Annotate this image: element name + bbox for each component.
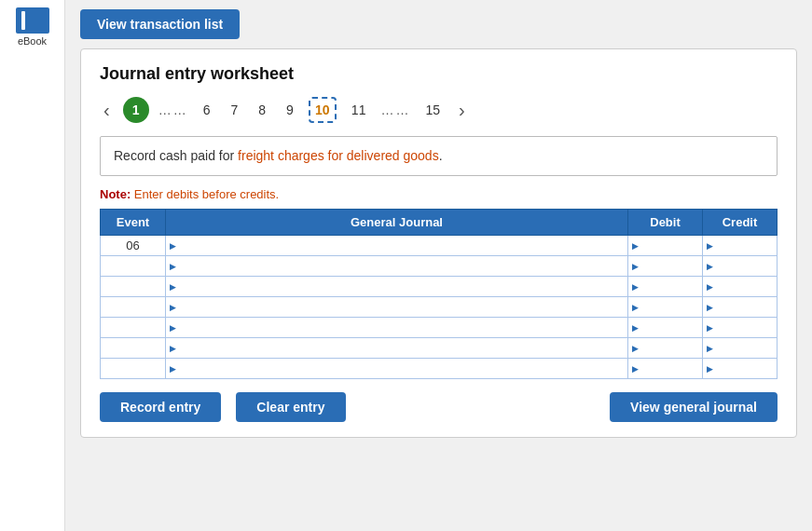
- page-7[interactable]: 7: [225, 101, 243, 119]
- journal-input-indicator-0: ▶: [170, 241, 176, 251]
- record-entry-button[interactable]: Record entry: [100, 392, 221, 422]
- next-arrow[interactable]: ›: [455, 100, 469, 121]
- journal-input-indicator-6: ▶: [170, 364, 176, 374]
- journal-input-indicator-1: ▶: [170, 262, 176, 271]
- debit-input-indicator-5: ▶: [632, 344, 639, 353]
- top-bar: View transaction list: [80, 9, 797, 39]
- view-general-journal-button[interactable]: View general journal: [610, 392, 778, 422]
- credit-input-indicator-5: ▶: [707, 344, 713, 353]
- debit-input-indicator-2: ▶: [632, 282, 639, 292]
- action-buttons: Record entry Clear entry View general jo…: [100, 392, 778, 422]
- debit-input-indicator-0: ▶: [632, 241, 639, 251]
- credit-input-indicator-0: ▶: [707, 241, 713, 251]
- debit-input-indicator-6: ▶: [632, 364, 639, 374]
- credit-input-indicator-3: ▶: [707, 303, 713, 312]
- debit-cell-2[interactable]: ▶: [628, 277, 703, 297]
- description-text-prefix: Record cash paid for: [114, 148, 238, 163]
- journal-table: Event General Journal Debit Credit 06▶▶▶…: [100, 209, 778, 379]
- description-text-suffix: .: [439, 148, 443, 163]
- table-row: ▶▶▶: [101, 359, 778, 379]
- credit-cell-5[interactable]: ▶: [703, 338, 778, 359]
- worksheet-title: Journal entry worksheet: [100, 64, 778, 84]
- note-label: Note:: [100, 187, 131, 201]
- credit-cell-4[interactable]: ▶: [703, 318, 778, 338]
- page-15[interactable]: 15: [420, 101, 446, 119]
- sidebar: eBook: [0, 0, 65, 531]
- page-11[interactable]: 11: [346, 101, 372, 119]
- description-highlight: freight charges for delivered goods: [238, 148, 439, 163]
- journal-input-indicator-3: ▶: [170, 303, 176, 312]
- event-cell-0[interactable]: 06: [101, 236, 166, 256]
- note-text: Enter debits before credits.: [134, 187, 279, 201]
- view-transaction-button[interactable]: View transaction list: [80, 9, 240, 39]
- journal-input-indicator-4: ▶: [170, 323, 176, 333]
- journal-cell-1[interactable]: ▶: [166, 256, 628, 277]
- description-box: Record cash paid for freight charges for…: [100, 136, 778, 176]
- event-cell-3[interactable]: [101, 297, 166, 318]
- ebook-button[interactable]: eBook: [16, 7, 49, 47]
- dots-2: ……: [380, 102, 410, 117]
- credit-cell-2[interactable]: ▶: [703, 277, 778, 297]
- main-content: View transaction list Journal entry work…: [65, 0, 812, 531]
- journal-cell-5[interactable]: ▶: [166, 338, 628, 359]
- credit-input-indicator-2: ▶: [707, 282, 713, 292]
- journal-input-indicator-5: ▶: [170, 344, 176, 353]
- journal-cell-0[interactable]: ▶: [166, 236, 628, 256]
- journal-cell-4[interactable]: ▶: [166, 318, 628, 338]
- page-6[interactable]: 6: [198, 101, 216, 119]
- debit-cell-0[interactable]: ▶: [628, 236, 703, 256]
- prev-arrow[interactable]: ‹: [100, 100, 114, 121]
- credit-input-indicator-1: ▶: [707, 262, 713, 271]
- debit-input-indicator-4: ▶: [632, 323, 639, 333]
- col-header-event: Event: [101, 210, 166, 236]
- journal-cell-6[interactable]: ▶: [166, 359, 628, 379]
- table-row: ▶▶▶: [101, 318, 778, 338]
- page-10[interactable]: 10: [309, 97, 337, 123]
- debit-cell-3[interactable]: ▶: [628, 297, 703, 318]
- col-header-journal: General Journal: [166, 210, 628, 236]
- journal-cell-2[interactable]: ▶: [166, 277, 628, 297]
- event-cell-4[interactable]: [101, 318, 166, 338]
- ebook-book-icon: [16, 7, 49, 34]
- table-row: ▶▶▶: [101, 338, 778, 359]
- debit-cell-5[interactable]: ▶: [628, 338, 703, 359]
- table-row: ▶▶▶: [101, 277, 778, 297]
- col-header-credit: Credit: [703, 210, 778, 236]
- worksheet-panel: Journal entry worksheet ‹ 1 …… 6 7 8 9 1…: [80, 48, 797, 438]
- event-cell-6[interactable]: [101, 359, 166, 379]
- event-cell-5[interactable]: [101, 338, 166, 359]
- credit-cell-0[interactable]: ▶: [703, 236, 778, 256]
- debit-input-indicator-1: ▶: [632, 262, 639, 271]
- credit-cell-6[interactable]: ▶: [703, 359, 778, 379]
- debit-cell-1[interactable]: ▶: [628, 256, 703, 277]
- debit-input-indicator-3: ▶: [632, 303, 639, 312]
- event-cell-2[interactable]: [101, 277, 166, 297]
- debit-cell-6[interactable]: ▶: [628, 359, 703, 379]
- table-row: ▶▶▶: [101, 256, 778, 277]
- clear-entry-button[interactable]: Clear entry: [236, 392, 345, 422]
- page-9[interactable]: 9: [281, 101, 299, 119]
- credit-input-indicator-4: ▶: [707, 323, 713, 333]
- pagination: ‹ 1 …… 6 7 8 9 10 11 …… 15 ›: [100, 97, 778, 123]
- table-row: ▶▶▶: [101, 297, 778, 318]
- dots-1: ……: [158, 102, 188, 117]
- table-row: 06▶▶▶: [101, 236, 778, 256]
- credit-cell-3[interactable]: ▶: [703, 297, 778, 318]
- col-header-debit: Debit: [628, 210, 703, 236]
- event-cell-1[interactable]: [101, 256, 166, 277]
- note-line: Note: Enter debits before credits.: [100, 187, 778, 201]
- ebook-label: eBook: [18, 35, 47, 47]
- page-8[interactable]: 8: [253, 101, 271, 119]
- debit-cell-4[interactable]: ▶: [628, 318, 703, 338]
- credit-input-indicator-6: ▶: [707, 364, 713, 374]
- page-1[interactable]: 1: [123, 97, 149, 123]
- journal-cell-3[interactable]: ▶: [166, 297, 628, 318]
- journal-input-indicator-2: ▶: [170, 282, 176, 292]
- credit-cell-1[interactable]: ▶: [703, 256, 778, 277]
